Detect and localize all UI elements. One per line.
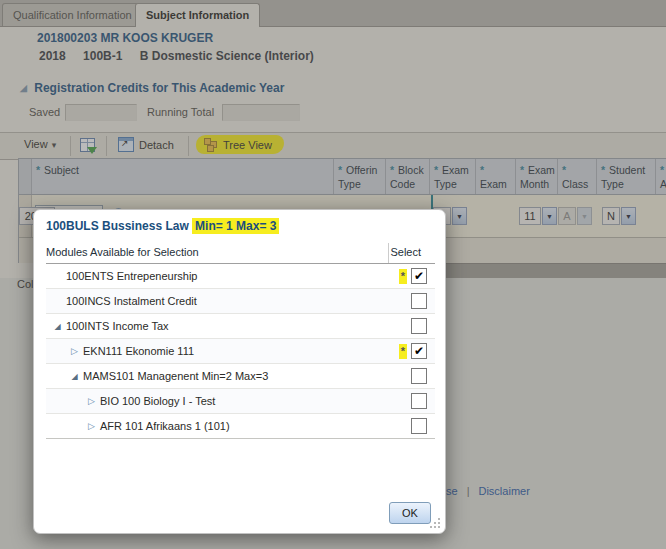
tree-toggle-icon[interactable]: ▷ [68, 346, 81, 356]
module-row[interactable]: ▷ BIO 100 Biology I - Test * ✔ [46, 389, 435, 414]
module-select-cell: * ✔ [399, 268, 427, 284]
module-checkbox[interactable]: ✔ [411, 343, 427, 359]
module-row[interactable]: ◢ MAMS101 Managenent Min=2 Max=3 * ✔ [46, 364, 435, 389]
module-list-header: Modules Available for Selection Select [46, 243, 435, 264]
ok-button[interactable]: OK [389, 502, 431, 524]
check-icon: ✔ [414, 270, 424, 282]
module-select-cell: * ✔ [399, 343, 427, 359]
modules-header-label: Modules Available for Selection [46, 246, 199, 258]
module-label: 100INTS Income Tax [66, 320, 169, 332]
dialog-title: 100BULS Bussiness Law Min= 1 Max= 3 [46, 219, 279, 233]
module-checkbox[interactable]: ✔ [411, 318, 427, 334]
module-row[interactable]: ▷ AFR 101 Afrikaans 1 (101) * ✔ [46, 414, 435, 439]
module-label: BIO 100 Biology I - Test [100, 395, 215, 407]
module-checkbox[interactable]: ✔ [411, 293, 427, 309]
module-select-cell: * ✔ [399, 318, 427, 334]
select-header-label: Select [390, 243, 421, 261]
module-checkbox[interactable]: ✔ [411, 393, 427, 409]
module-row[interactable]: ▷ EKN111 Ekonomie 111 * ✔ [46, 339, 435, 364]
module-select-cell: * ✔ [399, 293, 427, 309]
module-label: 100INCS Instalment Credit [66, 295, 197, 307]
dialog-title-highlight: Min= 1 Max= 3 [192, 218, 279, 234]
module-label: AFR 101 Afrikaans 1 (101) [100, 420, 230, 432]
module-select-cell: * ✔ [399, 393, 427, 409]
module-checkbox[interactable]: ✔ [411, 418, 427, 434]
module-label: EKN111 Ekonomie 111 [83, 345, 194, 357]
module-selection-dialog: 100BULS Bussiness Law Min= 1 Max= 3 Modu… [33, 209, 446, 534]
module-select-cell: * ✔ [399, 368, 427, 384]
check-icon: ✔ [414, 345, 424, 357]
module-row[interactable]: 100INCS Instalment Credit * ✔ [46, 289, 435, 314]
dialog-title-text: 100BULS Bussiness Law [46, 219, 189, 233]
tree-toggle-icon[interactable]: ◢ [68, 372, 81, 381]
tree-toggle-icon[interactable]: ◢ [51, 322, 64, 331]
module-row[interactable]: ◢ 100INTS Income Tax * ✔ [46, 314, 435, 339]
app-window: Qualification Information Subject Inform… [0, 0, 666, 549]
module-row[interactable]: 100ENTS Entrepeneurship * ✔ [46, 264, 435, 289]
tree-toggle-icon[interactable]: ▷ [85, 396, 98, 406]
module-checkbox[interactable]: ✔ [411, 268, 427, 284]
module-label: 100ENTS Entrepeneurship [66, 270, 197, 282]
module-checkbox[interactable]: ✔ [411, 368, 427, 384]
module-select-cell: * ✔ [399, 418, 427, 434]
module-rows-container: 100ENTS Entrepeneurship * ✔ 100INCS Inst… [46, 264, 435, 439]
module-list: Modules Available for Selection Select 1… [46, 243, 435, 439]
module-label: MAMS101 Managenent Min=2 Max=3 [83, 370, 268, 382]
required-star-icon: * [399, 269, 407, 284]
resize-grip-icon[interactable] [429, 517, 441, 529]
tree-toggle-icon[interactable]: ▷ [85, 421, 98, 431]
required-star-icon: * [399, 344, 407, 359]
